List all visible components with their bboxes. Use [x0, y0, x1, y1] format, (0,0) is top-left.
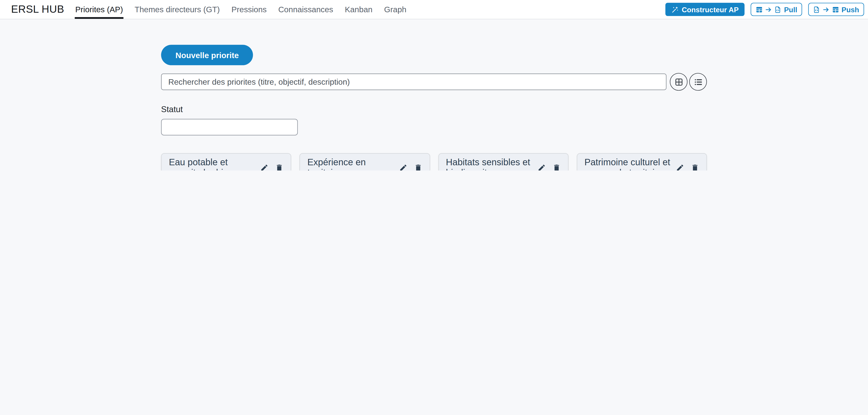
card-actions	[399, 164, 422, 171]
statut-label: Statut	[161, 104, 707, 114]
delete-button[interactable]	[275, 164, 284, 171]
push-label: Push	[842, 5, 859, 13]
card-header: Expérience en territoire	[300, 154, 429, 171]
table-icon	[756, 6, 763, 13]
constructeur-ap-label: Constructeur AP	[682, 5, 739, 13]
edit-button[interactable]	[260, 164, 269, 171]
card-title: Habitats sensibles et biodiversite	[446, 157, 533, 171]
card-actions	[260, 164, 283, 171]
top-navigation-bar: ERSL HUB Priorites (AP)Themes directeurs…	[0, 0, 868, 19]
statut-select[interactable]	[161, 119, 298, 136]
card-actions	[537, 164, 561, 171]
trash-icon	[552, 164, 561, 171]
priority-card: Habitats sensibles et biodiversite	[438, 153, 568, 171]
trash-icon	[691, 164, 699, 171]
pencil-icon	[537, 164, 546, 171]
trash-icon	[275, 164, 284, 171]
app-window: ERSL HUB Priorites (AP)Themes directeurs…	[0, 0, 868, 171]
priority-card: Patrimoine culturel et usages du territo…	[577, 153, 707, 171]
arrow-right-icon	[823, 6, 830, 13]
edit-button[interactable]	[676, 164, 684, 171]
statut-filter: Statut	[161, 104, 707, 135]
pencil-icon	[399, 164, 407, 171]
tab-pressions[interactable]: Pressions	[231, 0, 267, 19]
pull-label: Pull	[784, 5, 797, 13]
search-input[interactable]	[161, 74, 666, 90]
pencil-icon	[676, 164, 684, 171]
priority-card: Expérience en territoire	[300, 153, 430, 171]
trash-icon	[414, 164, 422, 171]
search-row	[161, 73, 707, 91]
priority-cards-grid: Eau potable et securite hydrique	[161, 153, 707, 171]
delete-button[interactable]	[552, 164, 561, 171]
edit-button[interactable]	[537, 164, 546, 171]
pull-button[interactable]: Pull	[751, 3, 802, 16]
topbar-actions: Constructeur AP	[665, 0, 864, 19]
push-button[interactable]: Push	[808, 3, 864, 16]
grid-view-icon	[674, 77, 683, 87]
list-view-button[interactable]	[689, 73, 707, 91]
tab-kanban[interactable]: Kanban	[344, 0, 373, 19]
tab-connaissances[interactable]: Connaissances	[278, 0, 334, 19]
tab-themes-directeurs-gt[interactable]: Themes directeurs (GT)	[134, 0, 220, 19]
pencil-icon	[260, 164, 269, 171]
magic-wand-icon	[671, 6, 678, 13]
card-title: Expérience en territoire	[307, 157, 395, 171]
card-header: Habitats sensibles et biodiversite	[439, 154, 568, 171]
card-header: Patrimoine culturel et usages du territo…	[577, 154, 706, 171]
card-header: Eau potable et securite hydrique	[162, 154, 291, 171]
tab-priorites-ap[interactable]: Priorites (AP)	[75, 0, 124, 19]
list-view-icon	[693, 77, 703, 87]
priority-card: Eau potable et securite hydrique	[161, 153, 291, 171]
main-content: Nouvelle priorite	[161, 19, 707, 171]
file-code-icon	[813, 6, 820, 13]
card-actions	[676, 164, 699, 171]
delete-button[interactable]	[691, 164, 699, 171]
card-title: Patrimoine culturel et usages du territo…	[585, 157, 672, 171]
arrow-right-icon	[765, 6, 773, 13]
new-priority-button[interactable]: Nouvelle priorite	[161, 45, 253, 65]
tab-graph[interactable]: Graph	[383, 0, 407, 19]
main-nav-tabs: Priorites (AP)Themes directeurs (GT)Pres…	[75, 0, 407, 19]
delete-button[interactable]	[414, 164, 422, 171]
edit-button[interactable]	[399, 164, 407, 171]
grid-view-button[interactable]	[670, 73, 687, 91]
constructeur-ap-button[interactable]: Constructeur AP	[665, 3, 745, 16]
table-icon	[832, 6, 839, 13]
file-code-icon	[775, 6, 782, 13]
card-title: Eau potable et securite hydrique	[169, 157, 256, 171]
app-brand: ERSL HUB	[11, 3, 64, 16]
